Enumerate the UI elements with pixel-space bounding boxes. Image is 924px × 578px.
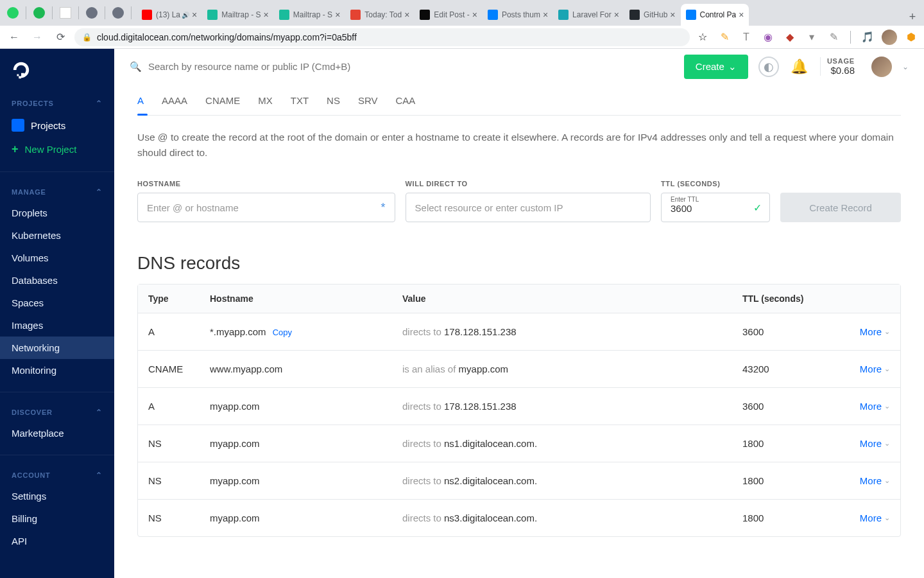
- ext-icon-6[interactable]: ✎: [826, 30, 841, 45]
- cell-value: is an alias of myapp.com: [402, 363, 742, 374]
- browser-tab[interactable]: Control Pa×: [681, 4, 749, 26]
- sidebar-item-images[interactable]: Images: [0, 314, 114, 337]
- pinned-tab[interactable]: [31, 5, 47, 21]
- back-button[interactable]: ←: [5, 28, 23, 46]
- pinned-tab[interactable]: [84, 5, 99, 21]
- hostname-label: HOSTNAME: [137, 180, 395, 188]
- pinned-tab[interactable]: [58, 5, 73, 21]
- col-value: Value: [402, 293, 742, 304]
- star-icon[interactable]: ☆: [695, 30, 710, 45]
- close-icon[interactable]: ×: [192, 10, 197, 20]
- create-record-button[interactable]: Create Record: [780, 193, 901, 222]
- ext-icon-1[interactable]: ✎: [717, 30, 732, 45]
- browser-tab[interactable]: (13) La🔊×: [137, 4, 202, 26]
- browser-tab[interactable]: Mailtrap - S×: [274, 4, 346, 26]
- close-icon[interactable]: ×: [404, 10, 409, 20]
- cell-value: directs to ns1.digitalocean.com.: [402, 438, 742, 449]
- more-button[interactable]: More ⌄: [860, 475, 890, 486]
- manage-header[interactable]: MANAGE⌃: [0, 182, 114, 202]
- media-icon[interactable]: 🎵: [860, 30, 875, 45]
- cell-ttl: 43200: [742, 363, 839, 374]
- sidebar-item-marketplace[interactable]: Marketplace: [0, 422, 114, 444]
- browser-tab[interactable]: Mailtrap - S×: [202, 4, 274, 26]
- user-avatar[interactable]: [871, 57, 892, 77]
- table-row: Amyapp.comdirects to 178.128.151.2383600…: [138, 388, 900, 425]
- ttl-input[interactable]: Enter TTL 3600 ✓: [661, 193, 770, 222]
- hostname-input[interactable]: [147, 202, 381, 213]
- discover-header[interactable]: DISCOVER⌃: [0, 403, 114, 422]
- record-tab-a[interactable]: A: [137, 87, 144, 115]
- cell-hostname: www.myapp.com: [210, 363, 402, 374]
- browser-tab[interactable]: Edit Post -×: [415, 4, 483, 26]
- ext-icon-4[interactable]: ◆: [782, 30, 798, 45]
- close-icon[interactable]: ×: [670, 10, 675, 20]
- lock-icon: 🔒: [82, 33, 92, 42]
- browser-tab[interactable]: GitHub×: [624, 4, 681, 26]
- record-tab-mx[interactable]: MX: [258, 87, 273, 115]
- search-input[interactable]: [148, 61, 674, 72]
- sidebar-item-databases[interactable]: Databases: [0, 269, 114, 292]
- copy-link[interactable]: Copy: [273, 328, 292, 337]
- sidebar-item-volumes[interactable]: Volumes: [0, 247, 114, 269]
- sidebar-item-projects[interactable]: Projects: [0, 113, 114, 137]
- ext-icon-5[interactable]: ▾: [804, 30, 819, 45]
- help-icon[interactable]: ◐: [758, 57, 779, 77]
- table-row: NSmyapp.comdirects to ns1.digitalocean.c…: [138, 425, 900, 462]
- close-icon[interactable]: ×: [614, 10, 619, 20]
- direct-input[interactable]: [415, 202, 641, 213]
- account-header[interactable]: ACCOUNT⌃: [0, 466, 114, 485]
- projects-header[interactable]: PROJECTS⌃: [0, 94, 114, 113]
- chevron-down-icon[interactable]: ⌄: [902, 62, 909, 71]
- record-tab-txt[interactable]: TXT: [291, 87, 309, 115]
- dns-records-title: DNS records: [137, 253, 901, 274]
- sidebar-item-spaces[interactable]: Spaces: [0, 292, 114, 314]
- pinned-tab[interactable]: [110, 5, 126, 21]
- close-icon[interactable]: ×: [335, 10, 340, 20]
- record-tab-caa[interactable]: CAA: [395, 87, 415, 115]
- chevron-down-icon: ⌄: [884, 365, 890, 373]
- close-icon[interactable]: ×: [472, 10, 477, 20]
- more-button[interactable]: More ⌄: [860, 401, 890, 412]
- close-icon[interactable]: ×: [264, 10, 269, 20]
- browser-tab[interactable]: Today: Tod×: [345, 4, 415, 26]
- browser-tab[interactable]: Posts thum×: [483, 4, 553, 26]
- record-tab-srv[interactable]: SRV: [358, 87, 378, 115]
- asterisk-icon: *: [381, 201, 386, 215]
- sidebar-item-kubernetes[interactable]: Kubernetes: [0, 224, 114, 247]
- url-text: cloud.digitalocean.com/networking/domain…: [97, 32, 357, 42]
- sidebar-item-settings[interactable]: Settings: [0, 485, 114, 507]
- profile-avatar[interactable]: [882, 30, 897, 45]
- url-field[interactable]: 🔒 cloud.digitalocean.com/networking/doma…: [74, 28, 690, 46]
- ext-icon-2[interactable]: T: [739, 30, 754, 45]
- ext-icon-7[interactable]: ⬢: [903, 30, 919, 45]
- more-button[interactable]: More ⌄: [860, 326, 890, 337]
- record-tab-cname[interactable]: CNAME: [205, 87, 240, 115]
- reload-button[interactable]: ⟳: [51, 28, 69, 46]
- forward-button[interactable]: →: [28, 28, 46, 46]
- sidebar-item-api[interactable]: API: [0, 530, 114, 552]
- new-project-button[interactable]: +New Project: [0, 137, 114, 161]
- address-bar: ← → ⟳ 🔒 cloud.digitalocean.com/networkin…: [0, 26, 924, 49]
- record-tab-ns[interactable]: NS: [327, 87, 340, 115]
- ext-icon-3[interactable]: ◉: [760, 30, 776, 45]
- chevron-down-icon: ⌄: [884, 402, 890, 410]
- projects-icon: [12, 119, 24, 132]
- notifications-icon[interactable]: 🔔: [789, 57, 810, 77]
- browser-tab[interactable]: Laravel For×: [553, 4, 624, 26]
- pinned-tab[interactable]: [5, 5, 21, 21]
- sidebar-item-monitoring[interactable]: Monitoring: [0, 359, 114, 381]
- cell-ttl: 3600: [742, 401, 839, 412]
- more-button[interactable]: More ⌄: [860, 512, 890, 523]
- sidebar-item-droplets[interactable]: Droplets: [0, 202, 114, 224]
- ttl-label: TTL (SECONDS): [661, 180, 770, 188]
- sidebar-item-billing[interactable]: Billing: [0, 507, 114, 530]
- more-button[interactable]: More ⌄: [860, 438, 890, 449]
- new-tab-button[interactable]: +: [903, 8, 921, 26]
- close-icon[interactable]: ×: [739, 10, 744, 20]
- record-tab-aaaa[interactable]: AAAA: [162, 87, 187, 115]
- create-button[interactable]: Create⌄: [684, 55, 748, 79]
- sidebar-item-networking[interactable]: Networking: [0, 337, 114, 359]
- sidebar: PROJECTS⌃ Projects +New Project MANAGE⌃ …: [0, 49, 114, 578]
- close-icon[interactable]: ×: [543, 10, 548, 20]
- more-button[interactable]: More ⌄: [860, 363, 890, 374]
